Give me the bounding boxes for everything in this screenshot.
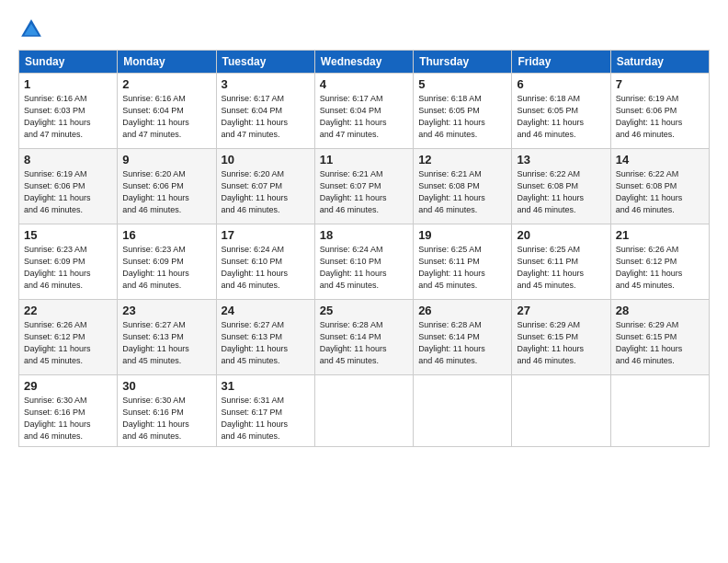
day-info: Sunrise: 6:22 AM Sunset: 6:08 PM Dayligh… — [616, 168, 704, 216]
day-info: Sunrise: 6:28 AM Sunset: 6:14 PM Dayligh… — [418, 319, 506, 367]
day-info: Sunrise: 6:18 AM Sunset: 6:05 PM Dayligh… — [517, 93, 605, 141]
col-thursday: Thursday — [414, 51, 512, 74]
day-number: 25 — [320, 304, 408, 317]
calendar-cell: 10Sunrise: 6:20 AM Sunset: 6:07 PM Dayli… — [216, 149, 314, 224]
day-info: Sunrise: 6:27 AM Sunset: 6:13 PM Dayligh… — [122, 319, 210, 367]
day-info: Sunrise: 6:24 AM Sunset: 6:10 PM Dayligh… — [320, 244, 408, 292]
day-number: 29 — [24, 379, 112, 393]
day-info: Sunrise: 6:30 AM Sunset: 6:16 PM Dayligh… — [122, 395, 210, 442]
day-info: Sunrise: 6:22 AM Sunset: 6:08 PM Dayligh… — [517, 168, 605, 216]
calendar-cell: 26Sunrise: 6:28 AM Sunset: 6:14 PM Dayli… — [414, 300, 512, 375]
calendar-cell: 18Sunrise: 6:24 AM Sunset: 6:10 PM Dayli… — [314, 224, 413, 300]
day-info: Sunrise: 6:20 AM Sunset: 6:06 PM Dayligh… — [122, 168, 210, 216]
day-number: 27 — [517, 304, 605, 317]
calendar-cell: 15Sunrise: 6:23 AM Sunset: 6:09 PM Dayli… — [19, 224, 118, 300]
calendar-cell: 4Sunrise: 6:17 AM Sunset: 6:04 PM Daylig… — [314, 74, 413, 149]
day-number: 15 — [24, 228, 112, 242]
day-info: Sunrise: 6:19 AM Sunset: 6:06 PM Dayligh… — [616, 93, 704, 141]
day-number: 6 — [517, 77, 605, 91]
day-number: 11 — [320, 153, 408, 167]
day-info: Sunrise: 6:18 AM Sunset: 6:05 PM Dayligh… — [418, 93, 506, 141]
day-info: Sunrise: 6:30 AM Sunset: 6:16 PM Dayligh… — [24, 395, 112, 442]
day-info: Sunrise: 6:25 AM Sunset: 6:11 PM Dayligh… — [517, 244, 605, 292]
day-number: 20 — [517, 228, 605, 242]
col-sunday: Sunday — [19, 51, 118, 74]
calendar-cell: 17Sunrise: 6:24 AM Sunset: 6:10 PM Dayli… — [216, 224, 314, 300]
col-tuesday: Tuesday — [216, 51, 314, 74]
day-number: 3 — [222, 77, 310, 91]
day-info: Sunrise: 6:19 AM Sunset: 6:06 PM Dayligh… — [24, 168, 112, 216]
calendar-cell: 9Sunrise: 6:20 AM Sunset: 6:06 PM Daylig… — [118, 149, 216, 224]
day-number: 9 — [122, 153, 210, 167]
day-number: 4 — [320, 77, 408, 91]
calendar-cell: 1Sunrise: 6:16 AM Sunset: 6:03 PM Daylig… — [19, 74, 118, 149]
day-number: 24 — [222, 304, 310, 317]
calendar-header-row: Sunday Monday Tuesday Wednesday Thursday… — [19, 51, 710, 74]
calendar-cell: 30Sunrise: 6:30 AM Sunset: 6:16 PM Dayli… — [118, 375, 216, 447]
calendar-cell: 13Sunrise: 6:22 AM Sunset: 6:08 PM Dayli… — [512, 149, 610, 224]
logo — [18, 17, 46, 42]
col-friday: Friday — [512, 51, 610, 74]
calendar-cell: 23Sunrise: 6:27 AM Sunset: 6:13 PM Dayli… — [118, 300, 216, 375]
day-number: 21 — [616, 228, 704, 242]
day-info: Sunrise: 6:17 AM Sunset: 6:04 PM Dayligh… — [222, 93, 310, 141]
calendar-cell: 16Sunrise: 6:23 AM Sunset: 6:09 PM Dayli… — [118, 224, 216, 300]
day-info: Sunrise: 6:21 AM Sunset: 6:07 PM Dayligh… — [320, 168, 408, 216]
col-monday: Monday — [118, 51, 216, 74]
day-info: Sunrise: 6:31 AM Sunset: 6:17 PM Dayligh… — [222, 395, 310, 442]
day-info: Sunrise: 6:20 AM Sunset: 6:07 PM Dayligh… — [222, 168, 310, 216]
col-wednesday: Wednesday — [314, 51, 413, 74]
calendar-cell: 28Sunrise: 6:29 AM Sunset: 6:15 PM Dayli… — [610, 300, 709, 375]
day-number: 17 — [222, 228, 310, 242]
day-info: Sunrise: 6:26 AM Sunset: 6:12 PM Dayligh… — [24, 319, 112, 367]
calendar-cell: 29Sunrise: 6:30 AM Sunset: 6:16 PM Dayli… — [19, 375, 118, 447]
calendar-cell — [610, 375, 709, 447]
calendar-cell: 14Sunrise: 6:22 AM Sunset: 6:08 PM Dayli… — [610, 149, 709, 224]
day-info: Sunrise: 6:24 AM Sunset: 6:10 PM Dayligh… — [222, 244, 310, 292]
col-saturday: Saturday — [610, 51, 709, 74]
calendar-cell: 12Sunrise: 6:21 AM Sunset: 6:08 PM Dayli… — [414, 149, 512, 224]
day-info: Sunrise: 6:26 AM Sunset: 6:12 PM Dayligh… — [616, 244, 704, 292]
calendar-cell: 7Sunrise: 6:19 AM Sunset: 6:06 PM Daylig… — [610, 74, 709, 149]
day-number: 12 — [418, 153, 506, 167]
calendar-cell — [414, 375, 512, 447]
day-number: 31 — [222, 379, 310, 393]
calendar-cell: 25Sunrise: 6:28 AM Sunset: 6:14 PM Dayli… — [314, 300, 413, 375]
day-number: 1 — [24, 77, 112, 91]
calendar-table: Sunday Monday Tuesday Wednesday Thursday… — [18, 50, 710, 447]
calendar-cell: 27Sunrise: 6:29 AM Sunset: 6:15 PM Dayli… — [512, 300, 610, 375]
day-number: 2 — [122, 77, 210, 91]
logo-icon — [18, 17, 44, 42]
day-info: Sunrise: 6:16 AM Sunset: 6:03 PM Dayligh… — [24, 93, 112, 141]
calendar-cell: 24Sunrise: 6:27 AM Sunset: 6:13 PM Dayli… — [216, 300, 314, 375]
day-info: Sunrise: 6:25 AM Sunset: 6:11 PM Dayligh… — [418, 244, 506, 292]
day-number: 7 — [616, 77, 704, 91]
day-number: 13 — [517, 153, 605, 167]
day-info: Sunrise: 6:28 AM Sunset: 6:14 PM Dayligh… — [320, 319, 408, 367]
day-info: Sunrise: 6:29 AM Sunset: 6:15 PM Dayligh… — [616, 319, 704, 367]
calendar-cell: 31Sunrise: 6:31 AM Sunset: 6:17 PM Dayli… — [216, 375, 314, 447]
calendar-cell: 19Sunrise: 6:25 AM Sunset: 6:11 PM Dayli… — [414, 224, 512, 300]
day-number: 18 — [320, 228, 408, 242]
calendar-cell: 22Sunrise: 6:26 AM Sunset: 6:12 PM Dayli… — [19, 300, 118, 375]
calendar-cell: 2Sunrise: 6:16 AM Sunset: 6:04 PM Daylig… — [118, 74, 216, 149]
day-info: Sunrise: 6:27 AM Sunset: 6:13 PM Dayligh… — [222, 319, 310, 367]
page: Sunday Monday Tuesday Wednesday Thursday… — [0, 0, 728, 563]
calendar-cell — [314, 375, 413, 447]
day-number: 26 — [418, 304, 506, 317]
calendar-cell: 5Sunrise: 6:18 AM Sunset: 6:05 PM Daylig… — [414, 74, 512, 149]
calendar-cell: 11Sunrise: 6:21 AM Sunset: 6:07 PM Dayli… — [314, 149, 413, 224]
day-info: Sunrise: 6:23 AM Sunset: 6:09 PM Dayligh… — [122, 244, 210, 292]
day-number: 14 — [616, 153, 704, 167]
calendar-cell: 8Sunrise: 6:19 AM Sunset: 6:06 PM Daylig… — [19, 149, 118, 224]
day-number: 28 — [616, 304, 704, 317]
calendar-cell: 20Sunrise: 6:25 AM Sunset: 6:11 PM Dayli… — [512, 224, 610, 300]
day-info: Sunrise: 6:21 AM Sunset: 6:08 PM Dayligh… — [418, 168, 506, 216]
day-number: 22 — [24, 304, 112, 317]
day-number: 16 — [122, 228, 210, 242]
calendar-cell — [512, 375, 610, 447]
day-info: Sunrise: 6:16 AM Sunset: 6:04 PM Dayligh… — [122, 93, 210, 141]
day-number: 23 — [122, 304, 210, 317]
day-info: Sunrise: 6:29 AM Sunset: 6:15 PM Dayligh… — [517, 319, 605, 367]
day-number: 10 — [222, 153, 310, 167]
